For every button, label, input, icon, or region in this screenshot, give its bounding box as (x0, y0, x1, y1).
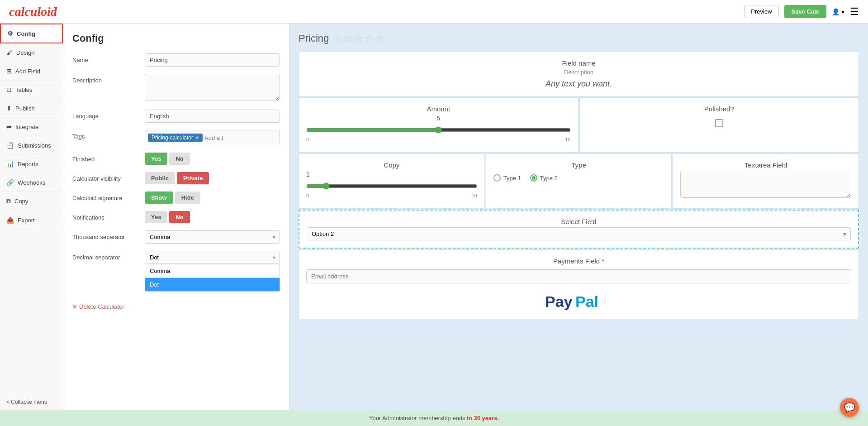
copy-type-textarea-row: Copy 1 0 10 Type Type 1 (299, 153, 859, 209)
sidebar-item-webhooks[interactable]: 🔗 Webhooks (0, 173, 63, 192)
signature-show-button[interactable]: Show (145, 191, 173, 204)
polished-card: Polished? (579, 97, 859, 153)
sidebar-item-publish[interactable]: ⬆ Publish (0, 99, 63, 118)
payments-card: Payments Field * Pay Pal (299, 249, 859, 319)
user-dropdown-icon: ▾ (841, 8, 844, 15)
notifications-yes-button[interactable]: Yes (145, 211, 167, 223)
textarea-label: Textarea Field (680, 161, 851, 169)
topbar-actions: Preview Save Calc 👤 ▾ ☰ (744, 5, 859, 18)
thousand-select[interactable]: Comma Dot (145, 230, 280, 244)
membership-highlight: in 30 years. (467, 415, 499, 421)
decimal-select[interactable]: Dot Comma (145, 251, 280, 264)
chat-button[interactable]: 💬 (840, 398, 859, 417)
sidebar-label-config: Config (17, 30, 35, 37)
sidebar-item-config[interactable]: ⚙ Config (0, 24, 63, 43)
decimal-row: Decimal separator Dot Comma ▾ Comma Dot (72, 251, 280, 292)
paypal-svg: Pay Pal (543, 290, 615, 310)
sidebar-label-webhooks: Webhooks (18, 179, 45, 186)
amount-slider-labels: 0 10 (306, 137, 571, 142)
payments-title: Payments Field * (306, 257, 851, 265)
finished-row: Finished Yes No (72, 153, 280, 165)
language-input[interactable] (145, 110, 280, 123)
payments-label: Payments Field (553, 257, 600, 265)
textarea-card: Textarea Field (673, 153, 859, 209)
type-radio-group: Type 1 Type 2 (493, 171, 664, 185)
thousand-control: Comma Dot ▾ (145, 230, 280, 244)
collapse-menu[interactable]: < Collapse menu (0, 394, 63, 410)
field-name-label: Field name (306, 59, 851, 67)
tag-input[interactable] (204, 134, 241, 141)
sidebar-item-add-field[interactable]: ⊞ Add Field (0, 62, 63, 81)
sidebar-label-integrate: Integrate (15, 124, 38, 130)
sidebar-label-reports: Reports (18, 161, 38, 168)
signature-row: Calculoid signature Show Hide (72, 191, 280, 204)
sidebar-item-design[interactable]: 🖌 Design (0, 43, 63, 62)
amount-slider[interactable] (306, 126, 571, 134)
publish-icon: ⬆ (6, 105, 12, 112)
finished-label: Finished (72, 153, 145, 163)
type2-radio-circle (530, 174, 537, 182)
delete-calculator-link[interactable]: Delete Calculator (72, 303, 124, 310)
user-menu[interactable]: 👤 ▾ (832, 8, 844, 15)
thousand-row: Thousand separator Comma Dot ▾ (72, 230, 280, 244)
reports-icon: 📊 (6, 160, 14, 168)
thousand-select-wrapper: Comma Dot ▾ (145, 230, 280, 244)
select-field-dropdown[interactable]: Option 2 Option 1 Option 3 (307, 227, 851, 240)
required-star: * (602, 257, 604, 265)
visibility-control: Public Private (145, 172, 280, 184)
tags-label: Tags (72, 130, 145, 140)
name-row: Name (72, 53, 280, 67)
decimal-option-dot[interactable]: Dot (145, 278, 280, 292)
copy-slider-labels: 0 10 (306, 193, 477, 198)
tag-container[interactable]: Pricing-calculator ✕ (145, 130, 280, 145)
tags-row: Tags Pricing-calculator ✕ (72, 130, 280, 145)
save-button[interactable]: Save Calc (784, 5, 826, 18)
preview-title: Pricing ☆☆☆☆☆ (299, 33, 859, 44)
sidebar: ⚙ Config 🖌 Design ⊞ Add Field ⊟ Tables ⬆… (0, 24, 63, 410)
finished-toggle: Yes No (145, 153, 280, 165)
textarea-field[interactable] (680, 171, 851, 198)
finished-yes-button[interactable]: Yes (145, 153, 167, 165)
copy-icon: ⧉ (6, 197, 11, 205)
sidebar-item-reports[interactable]: 📊 Reports (0, 155, 63, 173)
description-textarea[interactable] (145, 74, 280, 101)
visibility-label: Calculator visibility (72, 172, 145, 182)
sidebar-item-integrate[interactable]: ⇌ Integrate (0, 118, 63, 136)
decimal-option-comma[interactable]: Comma (145, 264, 280, 278)
type2-radio[interactable]: Type 2 (530, 174, 558, 182)
description-label: Description (72, 74, 145, 84)
type1-radio[interactable]: Type 1 (493, 174, 521, 182)
visibility-private-button[interactable]: Private (177, 172, 209, 184)
main-layout: ⚙ Config 🖌 Design ⊞ Add Field ⊟ Tables ⬆… (0, 24, 868, 410)
email-input[interactable] (306, 269, 851, 283)
topbar: calculoid Preview Save Calc 👤 ▾ ☰ (0, 0, 868, 24)
amount-label: Amount (306, 105, 571, 113)
notifications-no-button[interactable]: No (169, 211, 190, 223)
polished-checkbox[interactable] (715, 119, 723, 127)
decimal-label: Decimal separator (72, 251, 145, 261)
tag-remove-icon[interactable]: ✕ (195, 135, 199, 141)
finished-no-button[interactable]: No (169, 153, 190, 165)
polished-checkbox-wrapper (587, 115, 852, 132)
text-card: Field name Description Any text you want… (299, 52, 859, 96)
preview-panel: Pricing ☆☆☆☆☆ Field name Description Any… (289, 24, 868, 410)
signature-hide-button[interactable]: Hide (175, 191, 200, 204)
sidebar-label-publish: Publish (15, 105, 35, 112)
bottom-text: Your Administrator membership ends (369, 415, 467, 421)
sidebar-item-copy[interactable]: ⧉ Copy (0, 192, 63, 211)
visibility-public-button[interactable]: Public (145, 172, 175, 184)
bottom-bar: Your Administrator membership ends in 30… (0, 410, 868, 426)
preview-button[interactable]: Preview (744, 5, 778, 18)
sidebar-item-tables[interactable]: ⊟ Tables (0, 81, 63, 99)
copy-max: 10 (471, 193, 477, 198)
sidebar-label-copy: Copy (14, 198, 28, 205)
hamburger-menu[interactable]: ☰ (850, 6, 859, 18)
copy-slider[interactable] (306, 182, 477, 190)
sidebar-item-export[interactable]: 📤 Export (0, 211, 63, 230)
sidebar-label-export: Export (18, 217, 35, 224)
language-control (145, 110, 280, 123)
config-icon: ⚙ (7, 30, 13, 37)
name-input[interactable] (145, 53, 280, 67)
select-field-card: Select Field Option 2 Option 1 Option 3 … (299, 210, 859, 249)
sidebar-item-submissions[interactable]: 📋 Submissions (0, 136, 63, 155)
